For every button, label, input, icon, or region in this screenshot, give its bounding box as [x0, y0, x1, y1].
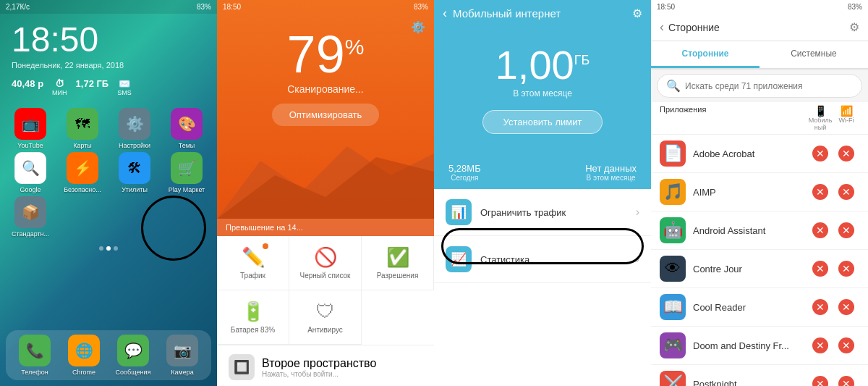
- utils-label: Утилиты: [122, 186, 148, 193]
- av-traffic[interactable]: ✏️ Трафик: [217, 236, 289, 290]
- app-google[interactable]: 🔍 Google: [6, 152, 55, 193]
- adobe-delete-mobile[interactable]: ✕: [812, 146, 828, 161]
- av-battery[interactable]: 🔋 Батарея 83%: [217, 290, 289, 345]
- doom-destiny-delete-mobile[interactable]: ✕: [812, 337, 828, 353]
- home-info-bar: 40,48 р ⏱ МИН 1,72 ГБ ✉️ SMS: [0, 75, 217, 99]
- apps-top-bar: ‹ Сторонние ⚙: [651, 14, 868, 41]
- permissions-icon: ✅: [386, 246, 409, 269]
- utils-icon: 🛠: [119, 152, 150, 184]
- blacklist-label: Черный список: [300, 272, 351, 280]
- permissions-label: Разрешения: [377, 272, 419, 280]
- cool-reader-delete-mobile[interactable]: ✕: [812, 299, 828, 315]
- home-time-label: ⏱ МИН: [52, 78, 67, 96]
- app-settings[interactable]: ⚙️ Настройки: [110, 108, 159, 149]
- contre-jour-delete-wifi[interactable]: ✕: [838, 261, 854, 277]
- optimize-button[interactable]: Оптимизировать: [272, 104, 380, 126]
- contre-jour-name: Contre Jour: [693, 264, 807, 274]
- list-item[interactable]: 📄 Adobe Acrobat ✕ ✕: [651, 135, 868, 173]
- adobe-delete-wifi[interactable]: ✕: [838, 146, 854, 161]
- menu-statistics[interactable]: 📈 Статистика ›: [434, 236, 651, 283]
- data-hero: 1,00ГБ В этом месяце Установить лимит: [434, 27, 651, 156]
- av-menu-grid: ✏️ Трафик 🚫 Черный список ✅ Разрешения 🔋…: [217, 236, 434, 345]
- apps-status-bar: 18:50 83%: [651, 0, 868, 14]
- adobe-icon: 📄: [660, 140, 686, 167]
- antivirus-icon: 🛡: [316, 301, 335, 323]
- statistics-arrow: ›: [636, 253, 639, 266]
- list-item[interactable]: 🤖 Android Assistant ✕ ✕: [651, 211, 868, 250]
- stat-month-val: Нет данных: [585, 163, 637, 174]
- col-mobile: 📱 Мобильный: [807, 105, 833, 131]
- contre-jour-delete-mobile[interactable]: ✕: [812, 261, 828, 277]
- av-antivirus[interactable]: 🛡 Антивирус: [289, 290, 362, 345]
- dock-camera[interactable]: 📷 Камера: [159, 335, 205, 376]
- dot-1: [99, 246, 103, 251]
- google-label: Google: [20, 186, 41, 193]
- app-security[interactable]: ⚡ Безопасно...: [58, 152, 107, 193]
- battery-label: Батарея 83%: [231, 326, 275, 334]
- mobile-col-icon: 📱: [814, 105, 827, 117]
- menu-limit-traffic[interactable]: 📊 Ограничить трафик ›: [434, 189, 651, 236]
- app-utils[interactable]: 🛠 Утилиты: [110, 152, 159, 193]
- dot-3: [114, 246, 118, 251]
- cool-reader-delete-wifi[interactable]: ✕: [838, 299, 854, 315]
- scan-number: 79%: [217, 28, 434, 80]
- dock-messages[interactable]: 💬 Сообщения: [110, 335, 156, 376]
- tab-third-party[interactable]: Сторонние: [651, 41, 760, 68]
- doom-destiny-delete-wifi[interactable]: ✕: [838, 337, 854, 353]
- phone-label: Телефон: [21, 369, 48, 376]
- android-assistant-delete-mobile[interactable]: ✕: [812, 222, 828, 238]
- contre-jour-icon: 👁: [660, 256, 686, 282]
- av-blacklist[interactable]: 🚫 Черный список: [289, 236, 362, 290]
- data-back-button[interactable]: ‹: [443, 6, 447, 21]
- home-speed-value: 40,48 р: [12, 78, 43, 96]
- stat-today-lbl: Сегодня: [448, 174, 481, 182]
- list-item[interactable]: 🎵 AIMP ✕ ✕: [651, 173, 868, 211]
- dock-phone[interactable]: 📞 Телефон: [12, 335, 58, 376]
- list-item[interactable]: 🎮 Doom and Destiny Fr... ✕ ✕: [651, 327, 868, 365]
- list-item[interactable]: 👁 Contre Jour ✕ ✕: [651, 250, 868, 288]
- security-icon: ⚡: [67, 152, 98, 184]
- aimp-delete-mobile[interactable]: ✕: [812, 184, 828, 200]
- second-space-icon: 🔲: [229, 354, 255, 380]
- list-item[interactable]: ⚔️ Postknight ✕ ✕: [651, 365, 868, 386]
- youtube-label: YouTube: [17, 142, 43, 149]
- second-space[interactable]: 🔲 Второе пространство Нажать, чтобы войт…: [217, 345, 434, 386]
- dock-chrome[interactable]: 🌐 Chrome: [61, 335, 107, 376]
- chrome-icon: 🌐: [68, 335, 100, 366]
- maps-icon: 🗺: [67, 108, 98, 140]
- apps-settings-icon[interactable]: ⚙: [849, 20, 859, 34]
- phone-icon: 📞: [19, 335, 51, 366]
- postknight-delete-wifi[interactable]: ✕: [838, 376, 854, 386]
- second-space-title: Второе пространство: [262, 357, 376, 370]
- limit-traffic-label: Ограничить трафик: [480, 207, 636, 218]
- app-standard[interactable]: 📦 Стандартн...: [6, 196, 55, 238]
- statistics-label: Статистика: [480, 254, 636, 265]
- apps-back-button[interactable]: ‹: [660, 20, 664, 35]
- stat-today-val: 5,28МБ: [448, 163, 481, 174]
- av-battery: 83%: [414, 3, 428, 11]
- aimp-delete-wifi[interactable]: ✕: [838, 184, 854, 200]
- standard-icon: 📦: [14, 196, 46, 228]
- search-input[interactable]: [685, 81, 853, 91]
- cool-reader-icon: 📖: [660, 294, 686, 320]
- av-settings-gear[interactable]: ⚙️: [411, 20, 425, 34]
- app-themes[interactable]: 🎨 Темы: [162, 108, 211, 149]
- av-permissions[interactable]: ✅ Разрешения: [362, 236, 434, 290]
- data-settings-icon[interactable]: ⚙: [632, 7, 642, 20]
- app-maps[interactable]: 🗺 Карты: [58, 108, 107, 149]
- list-item[interactable]: 📖 Cool Reader ✕ ✕: [651, 288, 868, 327]
- av-status-bar: 18:50 83%: [217, 0, 434, 14]
- traffic-dot: [263, 243, 268, 249]
- tab-system[interactable]: Системные: [760, 41, 868, 68]
- app-play[interactable]: 🛒 Play Маркет: [162, 152, 211, 193]
- page-indicators: [0, 243, 217, 253]
- app-youtube[interactable]: 📺 YouTube: [6, 108, 55, 149]
- aimp-icon: 🎵: [660, 179, 686, 205]
- cool-reader-name: Cool Reader: [693, 302, 807, 313]
- set-limit-button[interactable]: Установить лимит: [482, 110, 603, 134]
- postknight-delete-mobile[interactable]: ✕: [812, 376, 828, 386]
- settings-icon: ⚙️: [119, 108, 150, 140]
- scan-label: Сканирование...: [217, 80, 434, 98]
- android-assistant-delete-wifi[interactable]: ✕: [838, 222, 854, 238]
- stat-month-lbl: В этом месяце: [585, 174, 637, 182]
